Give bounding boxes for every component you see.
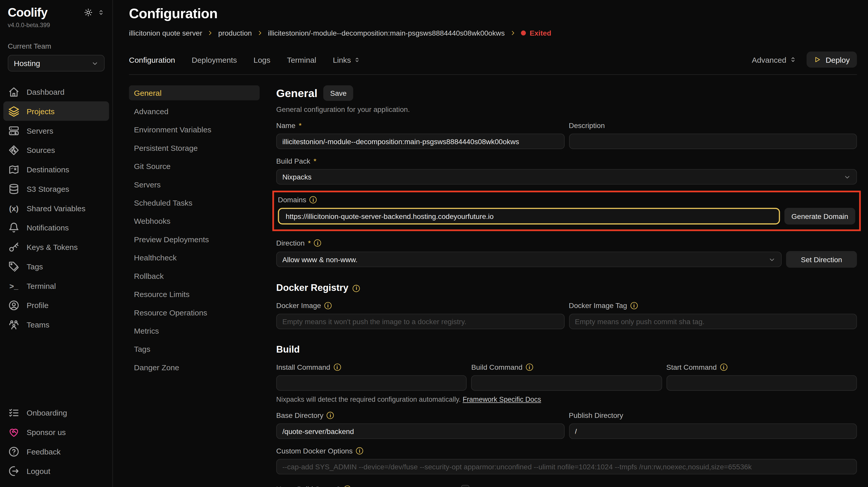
build-server-checkbox[interactable] (461, 485, 469, 487)
tabs-row: Configuration Deployments Logs T (129, 52, 857, 67)
info-icon (353, 284, 360, 292)
sidebar-item-shared-variables[interactable]: (x) Shared Variables (3, 198, 109, 218)
nixpacks-note: Nixpacks will detect the required config… (276, 396, 857, 403)
app-logo: Coolify (8, 6, 47, 20)
checklist-icon (8, 407, 19, 418)
sidebar-item-projects[interactable]: Projects (3, 102, 109, 121)
start-command-input[interactable] (666, 375, 857, 391)
subnav-item-webhooks[interactable]: Webhooks (129, 213, 259, 228)
description-label: Description (569, 121, 857, 130)
generate-domain-button[interactable]: Generate Domain (784, 208, 855, 225)
base-directory-label: Base Directory (276, 411, 564, 420)
heart-handshake-icon (8, 427, 19, 437)
help-circle-icon (8, 446, 19, 457)
sidebar: Coolify v4.0.0-beta.399 Current Team Hos… (0, 0, 113, 487)
custom-docker-options-input[interactable] (276, 459, 857, 475)
sidebar-nav: Dashboard Projects Servers Sources (0, 82, 112, 334)
subnav-item-resource-operations[interactable]: Resource Operations (129, 305, 259, 319)
publish-directory-input[interactable] (569, 424, 857, 439)
install-command-input[interactable] (276, 375, 467, 391)
section-subtitle: General configuration for your applicati… (276, 105, 857, 113)
description-input[interactable] (569, 134, 857, 149)
breadcrumb: illicitonion quote server production ill… (129, 29, 857, 37)
sidebar-item-terminal[interactable]: >_ Terminal (3, 276, 109, 295)
git-icon (8, 144, 19, 155)
team-select-value: Hosting (14, 59, 40, 67)
sidebar-item-logout[interactable]: Logout (3, 461, 109, 481)
base-directory-input[interactable] (276, 424, 564, 439)
install-command-label: Install Command (276, 363, 467, 371)
app-version: v4.0.0-beta.399 (0, 22, 112, 28)
subnav-item-general[interactable]: General (129, 85, 259, 100)
set-direction-button[interactable]: Set Direction (786, 251, 857, 268)
subnav-item-healthcheck[interactable]: Healthcheck (129, 250, 259, 265)
sidebar-item-s3-storages[interactable]: S3 Storages (3, 179, 109, 198)
theme-toggle-icon[interactable] (84, 8, 92, 17)
info-icon (343, 485, 351, 487)
tab-links[interactable]: Links (333, 55, 360, 64)
breadcrumb-item-illicitonion-quote-server: illicitonion quote server (129, 29, 213, 37)
sidebar-item-sources[interactable]: Sources (3, 140, 109, 160)
info-icon (630, 302, 638, 309)
subnav-item-resource-limits[interactable]: Resource Limits (129, 287, 259, 302)
advanced-menu[interactable]: Advanced (752, 55, 797, 64)
breadcrumb-item-production: production (218, 29, 263, 37)
subnav-item-advanced[interactable]: Advanced (129, 104, 259, 119)
direction-select[interactable]: Allow www & non-www. (276, 252, 781, 267)
map-icon (8, 164, 19, 175)
info-icon (310, 196, 317, 203)
config-subnav: General Advanced Environment Variables P… (129, 85, 259, 487)
deploy-button[interactable]: Deploy (807, 52, 857, 67)
docker-image-input[interactable] (276, 314, 564, 329)
docker-image-tag-input[interactable] (569, 314, 857, 329)
build-server-label: Use a Build Server? (276, 485, 461, 487)
tab-configuration[interactable]: Configuration (129, 55, 175, 64)
docker-registry-heading: Docker Registry (276, 283, 857, 294)
build-command-input[interactable] (471, 375, 662, 391)
sidebar-item-onboarding[interactable]: Onboarding (3, 403, 109, 423)
sidebar-collapse-icon[interactable] (97, 9, 104, 16)
build-pack-select[interactable]: Nixpacks (276, 169, 857, 184)
tabs-divider (129, 74, 857, 75)
subnav-item-servers[interactable]: Servers (129, 177, 259, 192)
subnav-item-persistent-storage[interactable]: Persistent Storage (129, 140, 259, 155)
tag-icon (8, 261, 19, 272)
sidebar-item-profile[interactable]: Profile (3, 295, 109, 315)
sidebar-item-keys-tokens[interactable]: Keys & Tokens (3, 237, 109, 257)
database-icon (8, 183, 19, 194)
logout-icon (8, 465, 19, 476)
subnav-item-preview-deployments[interactable]: Preview Deployments (129, 232, 259, 247)
save-button[interactable]: Save (323, 85, 353, 101)
subnav-item-environment-variables[interactable]: Environment Variables (129, 122, 259, 137)
chevrons-up-down-icon (354, 56, 360, 63)
docker-image-label: Docker Image (276, 302, 564, 310)
user-circle-icon (8, 299, 19, 311)
domains-highlight-box: Domains Generate Domain (272, 191, 861, 231)
sidebar-item-destinations[interactable]: Destinations (3, 160, 109, 179)
section-title: General (276, 87, 317, 99)
name-label: Name* (276, 121, 564, 130)
sidebar-item-feedback[interactable]: Feedback (3, 442, 109, 461)
status-label: Exited (530, 29, 551, 37)
subnav-item-git-source[interactable]: Git Source (129, 159, 259, 173)
sidebar-item-sponsor-us[interactable]: Sponsor us (3, 422, 109, 442)
sidebar-item-teams[interactable]: Teams (3, 315, 109, 334)
subnav-item-rollback[interactable]: Rollback (129, 268, 259, 283)
framework-docs-link[interactable]: Framework Specific Docs (463, 396, 541, 403)
name-input[interactable] (276, 134, 564, 149)
subnav-item-danger-zone[interactable]: Danger Zone (129, 360, 259, 375)
tab-deployments[interactable]: Deployments (192, 55, 237, 64)
subnav-item-tags[interactable]: Tags (129, 341, 259, 356)
main-content: Configuration illicitonion quote server … (113, 0, 868, 487)
sidebar-item-notifications[interactable]: Notifications (3, 218, 109, 237)
subnav-item-metrics[interactable]: Metrics (129, 323, 259, 338)
domains-input[interactable] (278, 208, 780, 225)
sidebar-item-dashboard[interactable]: Dashboard (3, 82, 109, 102)
subnav-item-scheduled-tasks[interactable]: Scheduled Tasks (129, 195, 259, 210)
sidebar-item-servers[interactable]: Servers (3, 121, 109, 140)
team-select[interactable]: Hosting (8, 55, 104, 71)
sidebar-item-tags[interactable]: Tags (3, 257, 109, 276)
tab-logs[interactable]: Logs (253, 55, 270, 64)
tab-terminal[interactable]: Terminal (287, 55, 316, 64)
chevron-down-icon (91, 60, 98, 67)
